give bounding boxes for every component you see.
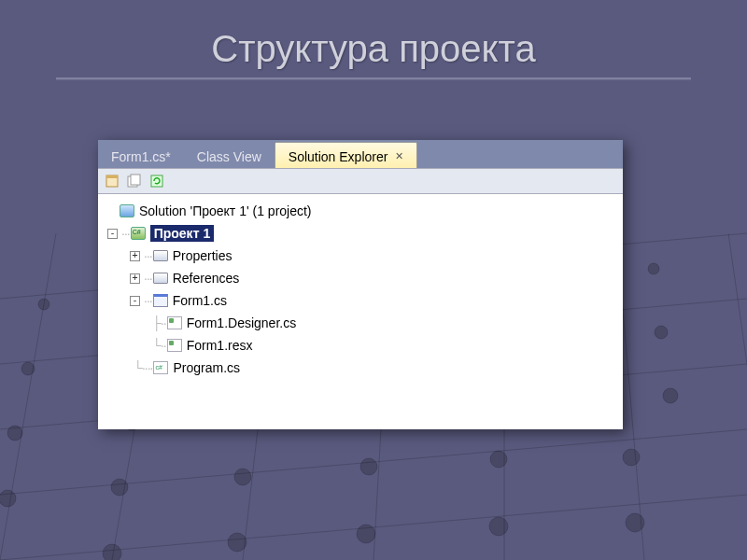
svg-point-29	[623, 449, 640, 466]
tab-class-view[interactable]: Class View	[184, 144, 275, 168]
properties-node[interactable]: + ··· Properties	[102, 245, 619, 267]
properties-icon[interactable]	[104, 173, 120, 189]
svg-point-23	[663, 388, 678, 403]
svg-point-22	[655, 326, 668, 339]
svg-point-15	[21, 362, 35, 375]
program-label: Program.cs	[173, 360, 240, 375]
csharp-file-icon	[166, 315, 183, 330]
show-all-files-icon[interactable]	[126, 173, 143, 189]
svg-line-11	[728, 233, 747, 560]
collapse-icon[interactable]: -	[107, 229, 118, 239]
svg-point-21	[648, 263, 659, 274]
tree-connector: ├··	[152, 315, 166, 330]
svg-point-18	[7, 426, 22, 441]
solution-explorer-panel: Form1.cs* Class View Solution Explorer ✕…	[98, 140, 623, 429]
slide-title: Структура проекта	[0, 0, 747, 70]
program-node[interactable]: └···· Program.cs	[102, 357, 619, 379]
tab-label: Class View	[197, 149, 261, 164]
tab-label: Form1.cs*	[111, 149, 171, 164]
project-label: Проект 1	[150, 225, 215, 242]
close-icon[interactable]: ✕	[395, 150, 403, 162]
svg-rect-36	[106, 175, 118, 178]
references-label: References	[173, 271, 240, 286]
properties-label: Properties	[173, 248, 233, 263]
tree-connector: ···	[144, 248, 152, 263]
svg-line-4	[0, 495, 747, 560]
form1-designer-node[interactable]: ├·· Form1.Designer.cs	[102, 312, 619, 334]
expand-icon[interactable]: +	[130, 273, 140, 284]
title-underline	[56, 77, 691, 79]
tree-connector: ···	[144, 271, 152, 286]
tab-form1[interactable]: Form1.cs*	[98, 144, 184, 168]
svg-rect-38	[131, 175, 140, 185]
svg-point-27	[360, 458, 377, 475]
tab-label: Solution Explorer	[289, 149, 388, 164]
expand-icon[interactable]: +	[130, 251, 140, 261]
toolbar	[98, 168, 623, 194]
folder-icon	[152, 248, 169, 263]
solution-label: Solution 'Проект 1' (1 project)	[139, 203, 312, 218]
svg-point-32	[357, 525, 375, 543]
resx-file-icon	[166, 338, 183, 353]
svg-point-25	[111, 479, 128, 496]
svg-point-34	[626, 513, 644, 532]
solution-node[interactable]: Solution 'Проект 1' (1 project)	[102, 200, 619, 222]
svg-point-30	[103, 544, 121, 560]
references-node[interactable]: + ··· References	[102, 267, 619, 289]
tree-connector: ···	[144, 293, 152, 308]
refresh-icon[interactable]	[148, 173, 165, 189]
project-icon	[130, 226, 147, 241]
csharp-file-icon	[152, 360, 169, 375]
tree-view[interactable]: Solution 'Проект 1' (1 project) - ··· Пр…	[98, 194, 623, 429]
form1-designer-label: Form1.Designer.cs	[187, 315, 296, 330]
svg-point-31	[228, 533, 247, 552]
svg-line-3	[0, 429, 747, 495]
tab-solution-explorer[interactable]: Solution Explorer ✕	[275, 142, 418, 168]
collapse-icon[interactable]: -	[130, 296, 140, 306]
references-icon	[152, 271, 169, 286]
svg-rect-39	[151, 175, 162, 187]
svg-point-33	[489, 517, 508, 536]
svg-point-26	[234, 469, 251, 485]
tab-strip: Form1.cs* Class View Solution Explorer ✕	[98, 140, 623, 168]
svg-point-24	[0, 490, 16, 507]
tree-connector: └····	[134, 360, 152, 375]
form1-resx-label: Form1.resx	[187, 338, 253, 353]
svg-line-5	[0, 233, 56, 560]
form1-node[interactable]: - ··· Form1.cs	[102, 289, 619, 312]
form1-label: Form1.cs	[173, 293, 227, 308]
svg-point-12	[38, 299, 49, 310]
form-icon	[152, 293, 169, 308]
svg-point-28	[490, 451, 507, 468]
solution-icon	[119, 203, 135, 218]
tree-connector: ···	[121, 226, 130, 241]
tree-connector: └··	[152, 338, 166, 353]
form1-resx-node[interactable]: └·· Form1.resx	[102, 334, 619, 357]
project-node[interactable]: - ··· Проект 1	[102, 222, 619, 245]
